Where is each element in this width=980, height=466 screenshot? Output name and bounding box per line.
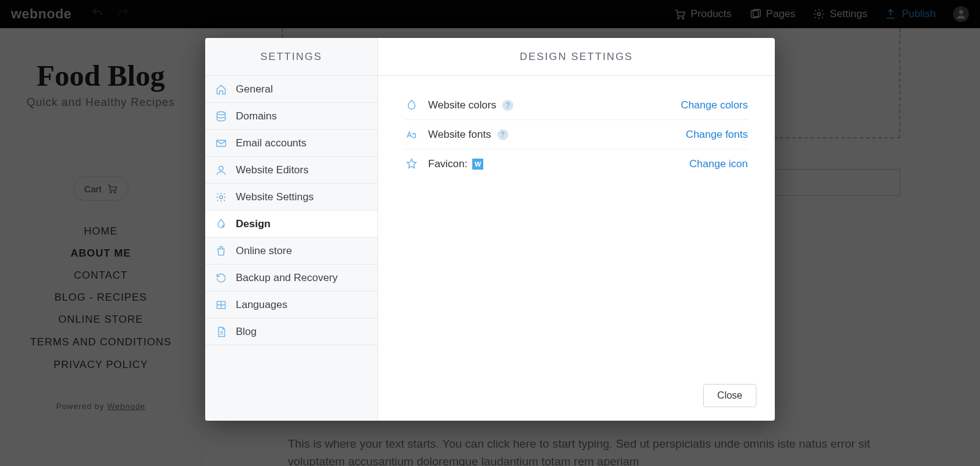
person-icon (215, 164, 227, 176)
settings-modal: SETTINGS General Domains Email accounts … (205, 38, 775, 421)
sidebar-item-blog[interactable]: Blog (205, 318, 377, 345)
row-label: Favicon: (428, 158, 467, 170)
change-fonts-link[interactable]: Change fonts (686, 129, 748, 141)
sidebar-label: General (236, 83, 273, 96)
restore-icon (215, 272, 227, 284)
mail-icon (215, 137, 227, 149)
settings-main-title: DESIGN SETTINGS (378, 38, 775, 76)
svg-rect-9 (217, 140, 226, 146)
change-colors-link[interactable]: Change colors (680, 99, 748, 111)
settings-main: DESIGN SETTINGS Website colors ? Change … (378, 38, 775, 421)
svg-point-12 (222, 225, 224, 227)
grid-icon (215, 299, 227, 311)
gear-icon (215, 191, 227, 203)
font-icon (405, 128, 418, 141)
help-icon[interactable]: ? (497, 129, 508, 140)
favicon-badge: W (472, 159, 483, 170)
help-icon[interactable]: ? (502, 100, 513, 111)
sidebar-item-domains[interactable]: Domains (205, 103, 377, 130)
settings-footer: Close (378, 375, 775, 421)
database-icon (215, 110, 227, 122)
sidebar-label: Languages (236, 299, 287, 311)
sidebar-label: Design (236, 218, 271, 230)
change-icon-link[interactable]: Change icon (690, 158, 748, 170)
bag-icon (215, 245, 227, 257)
drop-icon (405, 99, 418, 112)
sidebar-item-general[interactable]: General (205, 76, 377, 103)
settings-sidebar: SETTINGS General Domains Email accounts … (205, 38, 378, 421)
sidebar-item-backup[interactable]: Backup and Recovery (205, 265, 377, 291)
sidebar-item-website-settings[interactable]: Website Settings (205, 184, 377, 211)
svg-point-11 (220, 195, 223, 198)
sidebar-label: Online store (236, 245, 292, 257)
row-website-colors: Website colors ? Change colors (405, 91, 748, 120)
row-label: Website colors (428, 99, 496, 111)
paint-icon (215, 218, 227, 230)
close-button[interactable]: Close (703, 384, 756, 407)
home-icon (215, 83, 227, 96)
sidebar-label: Blog (236, 326, 257, 338)
svg-point-10 (219, 166, 224, 170)
row-favicon: Favicon: W Change icon (405, 149, 748, 179)
sidebar-item-editors[interactable]: Website Editors (205, 157, 377, 184)
sidebar-label: Backup and Recovery (236, 272, 337, 284)
settings-body: Website colors ? Change colors Website f… (378, 76, 775, 375)
star-icon (405, 157, 418, 171)
sidebar-label: Website Settings (236, 191, 314, 203)
sidebar-label: Domains (236, 110, 277, 122)
sidebar-item-languages[interactable]: Languages (205, 291, 377, 318)
settings-sidebar-title: SETTINGS (205, 38, 377, 76)
sidebar-item-store[interactable]: Online store (205, 238, 377, 265)
svg-point-8 (217, 111, 225, 115)
document-icon (215, 326, 227, 338)
sidebar-item-design[interactable]: Design (205, 211, 377, 238)
sidebar-item-email[interactable]: Email accounts (205, 130, 377, 157)
sidebar-label: Email accounts (236, 137, 306, 149)
sidebar-label: Website Editors (236, 164, 309, 176)
row-website-fonts: Website fonts ? Change fonts (405, 120, 748, 149)
row-label: Website fonts (428, 129, 491, 141)
